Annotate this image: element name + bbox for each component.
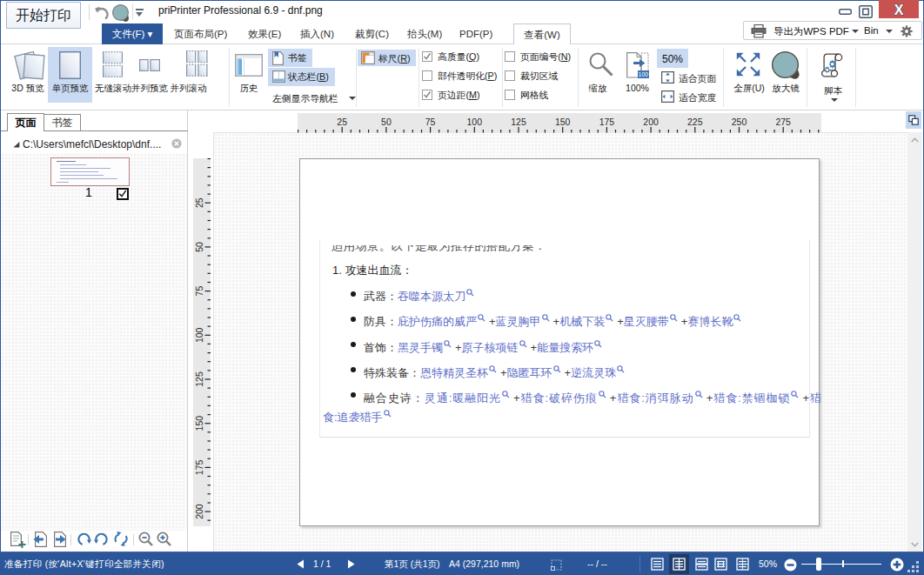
svg-text:150: 150 xyxy=(194,416,204,431)
svg-text:75: 75 xyxy=(425,117,436,127)
svg-text:25: 25 xyxy=(337,117,347,127)
svg-text:75: 75 xyxy=(194,286,204,297)
svg-text:250: 250 xyxy=(732,117,747,127)
svg-text:25: 25 xyxy=(194,197,204,208)
svg-text:225: 225 xyxy=(687,117,703,127)
svg-text:150: 150 xyxy=(555,117,571,127)
svg-text:200: 200 xyxy=(194,504,204,519)
svg-text:175: 175 xyxy=(599,117,615,127)
svg-text:175: 175 xyxy=(194,459,204,475)
svg-text:100: 100 xyxy=(194,327,204,343)
svg-text:50: 50 xyxy=(194,242,204,252)
svg-text:125: 125 xyxy=(511,117,526,127)
svg-text:275: 275 xyxy=(775,117,791,127)
svg-text:100: 100 xyxy=(639,71,649,77)
svg-text:125: 125 xyxy=(194,371,204,387)
svg-text:50: 50 xyxy=(381,117,392,127)
svg-text:100: 100 xyxy=(467,117,483,127)
svg-text:X: X xyxy=(894,3,904,17)
svg-text:200: 200 xyxy=(643,117,659,127)
